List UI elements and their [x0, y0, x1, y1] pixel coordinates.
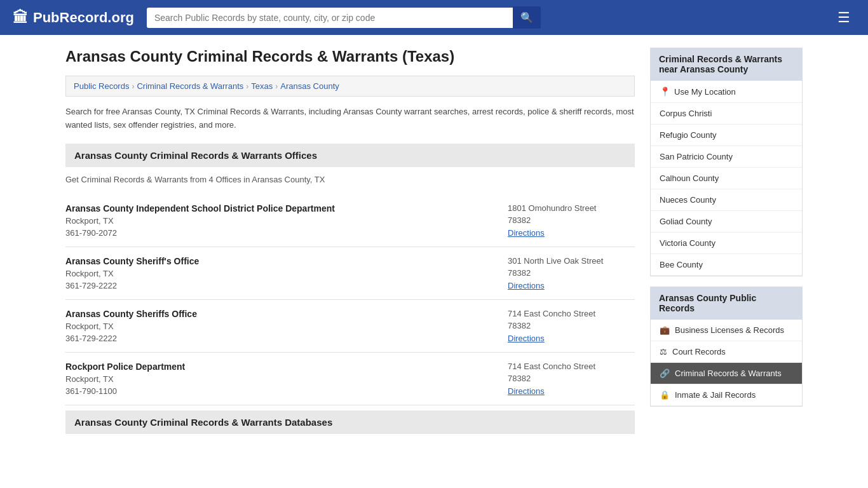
- office-left-2: Aransas County Sheriffs Office Rockport,…: [65, 309, 508, 343]
- breadcrumb: Public Records › Criminal Records & Warr…: [65, 76, 635, 97]
- use-location-label: Use My Location: [674, 87, 736, 97]
- office-right-0: 1801 Omohundro Street 78382 Directions: [508, 203, 635, 238]
- sidebar-item-bee-county[interactable]: Bee County: [651, 254, 802, 276]
- office-phone: 361-729-2222: [65, 281, 508, 290]
- office-left-1: Aransas County Sheriff's Office Rockport…: [65, 256, 508, 290]
- directions-link[interactable]: Directions: [508, 281, 545, 290]
- menu-button[interactable]: ☰: [832, 7, 855, 29]
- breadcrumb-link-public-records[interactable]: Public Records: [74, 81, 129, 91]
- sidebar-item-victoria-county[interactable]: Victoria County: [651, 233, 802, 254]
- record-label-1: Court Records: [672, 347, 726, 356]
- office-phone: 361-790-2072: [65, 228, 508, 238]
- office-entry: Rockport Police Department Rockport, TX …: [65, 353, 635, 405]
- record-icon-0: 💼: [660, 325, 670, 335]
- content-area: Aransas County Criminal Records & Warran…: [65, 48, 635, 434]
- sidebar-item-calhoun-county[interactable]: Calhoun County: [651, 168, 802, 189]
- sidebar-nearby-title: Criminal Records & Warrants near Aransas…: [650, 48, 803, 81]
- office-entry: Aransas County Independent School Distri…: [65, 194, 635, 247]
- logo-icon: 🏛: [13, 9, 28, 27]
- offices-count: Get Criminal Records & Warrants from 4 O…: [65, 175, 635, 184]
- directions-link[interactable]: Directions: [508, 334, 545, 343]
- search-icon: 🔍: [520, 12, 533, 23]
- office-name: Rockport Police Department: [65, 362, 508, 372]
- sidebar-item-san-patricio-county[interactable]: San Patricio County: [651, 146, 802, 168]
- office-zip: 78382: [508, 215, 635, 225]
- office-address: 301 North Live Oak Street: [508, 256, 635, 266]
- office-left-0: Aransas County Independent School Distri…: [65, 203, 508, 238]
- office-city: Rockport, TX: [65, 216, 508, 226]
- sidebar-item-refugio-county[interactable]: Refugio County: [651, 125, 802, 146]
- record-icon-3: 🔒: [660, 390, 670, 400]
- main-container: Aransas County Criminal Records & Warran…: [53, 35, 815, 447]
- sidebar-record-item-1[interactable]: ⚖Court Records: [651, 341, 802, 363]
- breadcrumb-sep-2: ›: [246, 82, 248, 91]
- search-input[interactable]: [147, 8, 513, 28]
- office-zip: 78382: [508, 268, 635, 278]
- page-title: Aransas County Criminal Records & Warran…: [65, 48, 635, 65]
- location-pin-icon: 📍: [660, 86, 670, 97]
- office-name: Aransas County Sheriffs Office: [65, 309, 508, 319]
- sidebar-records-list: 💼Business Licenses & Records⚖Court Recor…: [650, 320, 803, 407]
- record-label-0: Business Licenses & Records: [675, 325, 784, 335]
- breadcrumb-link-criminal-records[interactable]: Criminal Records & Warrants: [137, 81, 243, 91]
- breadcrumb-link-texas[interactable]: Texas: [251, 81, 273, 91]
- sidebar-record-item-3[interactable]: 🔒Inmate & Jail Records: [651, 384, 802, 406]
- office-entry: Aransas County Sheriff's Office Rockport…: [65, 247, 635, 300]
- databases-section-header: Aransas County Criminal Records & Warran…: [65, 410, 635, 434]
- office-phone: 361-790-1100: [65, 386, 508, 396]
- sidebar-record-item-0[interactable]: 💼Business Licenses & Records: [651, 320, 802, 341]
- office-right-3: 714 East Concho Street 78382 Directions: [508, 362, 635, 396]
- sidebar-item-corpus-christi[interactable]: Corpus Christi: [651, 103, 802, 125]
- office-left-3: Rockport Police Department Rockport, TX …: [65, 362, 508, 396]
- record-icon-1: ⚖: [660, 347, 667, 356]
- sidebar-use-location[interactable]: 📍 Use My Location: [651, 81, 802, 103]
- sidebar-public-records-title: Aransas County Public Records: [650, 287, 803, 320]
- record-icon-2: 🔗: [660, 369, 670, 378]
- breadcrumb-link-aransas-county[interactable]: Aransas County: [280, 81, 339, 91]
- offices-list: Aransas County Independent School Distri…: [65, 194, 635, 405]
- office-right-2: 714 East Concho Street 78382 Directions: [508, 309, 635, 343]
- breadcrumb-sep-1: ›: [132, 82, 134, 91]
- search-bar: 🔍: [147, 6, 541, 29]
- directions-link[interactable]: Directions: [508, 386, 545, 396]
- record-label-3: Inmate & Jail Records: [675, 390, 756, 400]
- office-name: Aransas County Sheriff's Office: [65, 256, 508, 266]
- search-button[interactable]: 🔍: [513, 6, 541, 29]
- office-name: Aransas County Independent School Distri…: [65, 203, 508, 214]
- sidebar: Criminal Records & Warrants near Aransas…: [650, 48, 803, 434]
- office-right-1: 301 North Live Oak Street 78382 Directio…: [508, 256, 635, 290]
- office-zip: 78382: [508, 321, 635, 330]
- record-label-2: Criminal Records & Warrants: [675, 369, 782, 378]
- site-header: 🏛 PubRecord.org 🔍 ☰: [0, 0, 868, 35]
- hamburger-icon: ☰: [837, 10, 850, 25]
- office-city: Rockport, TX: [65, 322, 508, 331]
- sidebar-item-goliad-county[interactable]: Goliad County: [651, 211, 802, 233]
- office-zip: 78382: [508, 374, 635, 383]
- sidebar-item-nueces-county[interactable]: Nueces County: [651, 189, 802, 211]
- logo-text: PubRecord.org: [33, 10, 134, 26]
- sidebar-nearby-list: 📍 Use My Location Corpus Christi Refugio…: [650, 81, 803, 276]
- office-address: 1801 Omohundro Street: [508, 203, 635, 213]
- offices-section-header: Aransas County Criminal Records & Warran…: [65, 144, 635, 167]
- office-city: Rockport, TX: [65, 374, 508, 384]
- page-description: Search for free Aransas County, TX Crimi…: [65, 105, 635, 132]
- site-logo[interactable]: 🏛 PubRecord.org: [13, 9, 134, 27]
- breadcrumb-sep-3: ›: [275, 82, 278, 91]
- office-address: 714 East Concho Street: [508, 362, 635, 371]
- office-phone: 361-729-2222: [65, 334, 508, 343]
- sidebar-record-item-2[interactable]: 🔗Criminal Records & Warrants: [651, 363, 802, 384]
- directions-link[interactable]: Directions: [508, 228, 545, 238]
- office-address: 714 East Concho Street: [508, 309, 635, 318]
- office-city: Rockport, TX: [65, 269, 508, 278]
- office-entry: Aransas County Sheriffs Office Rockport,…: [65, 300, 635, 353]
